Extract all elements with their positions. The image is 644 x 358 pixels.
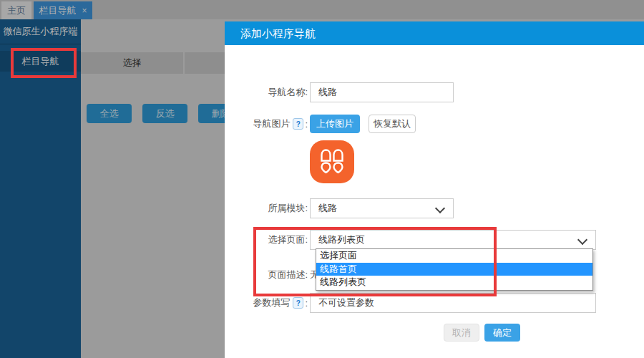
page-select-dropdown: 选择页面 线路首页 线路列表页 <box>316 248 593 291</box>
page-desc-label: 页面描述: <box>225 268 308 281</box>
page-select-label: 选择页面: <box>225 233 308 246</box>
label-colon: : <box>305 298 308 309</box>
cancel-button[interactable]: 取消 <box>444 324 479 342</box>
chevron-down-icon <box>577 235 587 245</box>
params-label-text: 参数填写 <box>253 296 290 309</box>
modal-title: 添加小程序导航 <box>225 21 644 45</box>
nav-image-label: 导航图片 ? : <box>225 117 308 130</box>
params-input[interactable]: 不可设置参数 <box>310 293 596 313</box>
clover-app-icon <box>310 140 354 183</box>
nav-name-row: 导航名称: 线路 <box>225 82 454 102</box>
nav-name-input[interactable]: 线路 <box>310 82 454 102</box>
nav-name-label: 导航名称: <box>225 86 308 99</box>
help-icon[interactable]: ? <box>293 118 303 130</box>
module-row: 所属模块: 线路 <box>225 198 454 218</box>
params-row: 参数填写 ? : 不可设置参数 <box>225 293 596 313</box>
upload-image-button[interactable]: 上传图片 <box>310 115 360 133</box>
nav-image-row: 导航图片 ? : 上传图片 恢复默认 <box>225 115 416 133</box>
nav-image-label-text: 导航图片 <box>253 117 290 130</box>
module-select-value: 线路 <box>318 202 337 215</box>
restore-default-button[interactable]: 恢复默认 <box>369 115 416 133</box>
confirm-button[interactable]: 确定 <box>484 324 520 342</box>
page-select[interactable]: 线路列表页 <box>310 230 596 250</box>
add-nav-modal: 添加小程序导航 导航名称: 线路 导航图片 ? : 上传图片 恢复默认 所属模块… <box>225 21 644 358</box>
page-desc-row: 页面描述: 无 <box>225 265 319 285</box>
chevron-down-icon <box>435 203 445 213</box>
module-select[interactable]: 线路 <box>310 198 454 218</box>
help-icon[interactable]: ? <box>293 297 303 309</box>
dropdown-option-list-page[interactable]: 线路列表页 <box>316 276 592 289</box>
page-select-value: 线路列表页 <box>318 233 365 246</box>
module-label: 所属模块: <box>225 202 308 215</box>
label-colon: : <box>305 119 308 130</box>
dropdown-option-placeholder[interactable]: 选择页面 <box>316 249 592 263</box>
dropdown-option-highlighted[interactable]: 线路首页 <box>316 263 592 276</box>
page-select-row: 选择页面: 线路列表页 <box>225 230 596 250</box>
params-label: 参数填写 ? : <box>225 296 308 309</box>
